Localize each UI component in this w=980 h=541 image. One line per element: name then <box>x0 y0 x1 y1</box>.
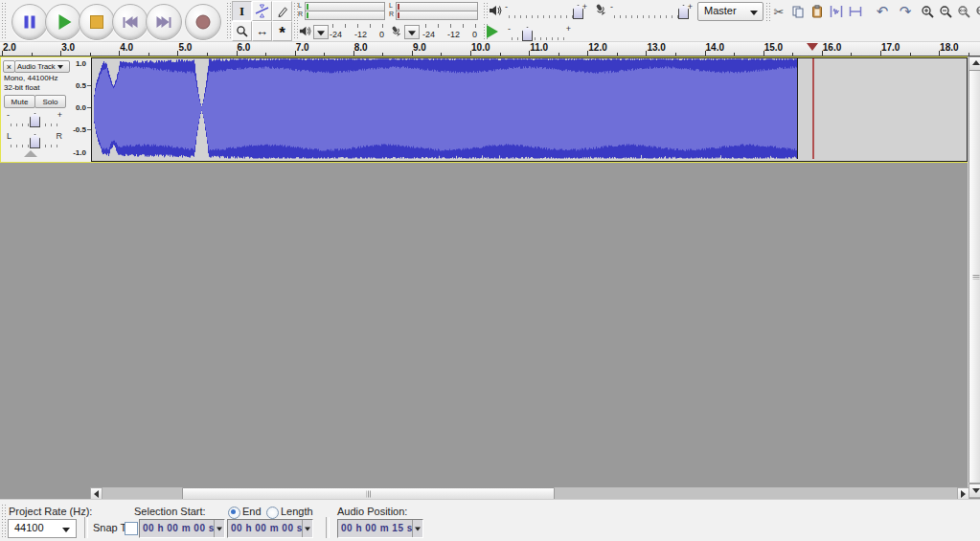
ruler-minor-tick <box>90 53 91 56</box>
timeline-ruler[interactable]: 2.03.04.05.06.07.08.09.010.011.012.013.0… <box>0 42 980 56</box>
zoom-tool-button[interactable] <box>232 21 252 41</box>
zoom-in-icon <box>921 5 935 19</box>
multi-tool-button[interactable]: * <box>272 21 292 41</box>
ruler-label: 7.0 <box>296 42 309 53</box>
horizontal-scrollbar[interactable] <box>90 487 968 499</box>
recording-meter-right-bar <box>396 11 478 20</box>
audacity-window: { "toolbars": { "transport": ["pause","p… <box>0 0 980 541</box>
mute-button[interactable]: Mute <box>4 95 35 108</box>
time-shift-tool-button[interactable]: ↔ <box>252 21 272 41</box>
selection-start-field[interactable]: 00 h 00 m 00 s <box>139 519 225 538</box>
pan-slider[interactable]: L R <box>7 133 62 148</box>
output-volume-slider[interactable]: - + <box>505 4 587 19</box>
waveform-canvas[interactable] <box>92 58 965 159</box>
microphone-icon <box>387 22 404 39</box>
end-radio-label: End <box>242 506 262 517</box>
skip-to-end-button[interactable] <box>146 4 182 40</box>
ruler-minor-tick <box>558 53 559 56</box>
ruler-label: 3.0 <box>61 42 75 53</box>
play-button[interactable] <box>45 4 81 40</box>
ruler-label: 14.0 <box>706 42 724 53</box>
transport-toolbar-gripper[interactable] <box>1 2 6 40</box>
fit-selection-icon <box>957 5 971 19</box>
draw-tool-button[interactable] <box>272 1 292 21</box>
stop-button[interactable] <box>79 4 115 40</box>
ruler-minor-tick <box>675 53 676 56</box>
pause-button[interactable] <box>11 4 48 40</box>
recording-meter-scale: -24 -12 0 <box>422 30 477 39</box>
selection-tool-button[interactable]: I <box>232 1 252 21</box>
selection-start-field-arrow[interactable] <box>214 520 224 537</box>
solo-button[interactable]: Solo <box>34 95 66 108</box>
play-icon <box>59 14 72 30</box>
track-collapse-button[interactable] <box>24 150 37 157</box>
input-volume-slider[interactable]: - + <box>610 4 693 19</box>
paste-icon <box>810 5 824 18</box>
ruler-label: 5.0 <box>178 42 192 53</box>
gain-slider-thumb[interactable] <box>30 113 40 127</box>
project-rate-dropdown[interactable]: 44100 <box>8 519 77 538</box>
selection-toolbar-gripper[interactable] <box>1 504 6 538</box>
vertical-scrollbar[interactable] <box>968 56 980 496</box>
envelope-tool-icon <box>255 4 269 18</box>
input-source-value: Master <box>704 5 737 16</box>
recording-meter-right-label: R <box>389 11 394 18</box>
selection-end-field[interactable]: 00 h 00 m 00 s <box>227 519 313 538</box>
skip-to-start-button[interactable] <box>112 4 148 40</box>
ruler-major-tick <box>2 51 3 56</box>
scroll-down-button[interactable] <box>969 484 980 498</box>
ruler-major-tick <box>646 51 647 56</box>
input-source-dropdown[interactable]: Master <box>697 2 763 21</box>
selection-end-value: 00 h 00 m 00 s <box>231 523 303 533</box>
playback-meter[interactable]: L R -24 -12 0 <box>298 1 384 41</box>
selection-end-field-arrow[interactable] <box>302 520 312 537</box>
recording-meter[interactable]: L R -24 -12 0 <box>389 1 477 41</box>
ruler-minor-tick <box>969 53 969 56</box>
snap-to-checkbox[interactable] <box>125 522 138 535</box>
speaker-icon <box>299 25 311 37</box>
paste-button[interactable] <box>808 1 827 22</box>
redo-button[interactable]: ↷ <box>896 1 915 22</box>
fit-selection-button[interactable] <box>954 1 973 22</box>
gain-slider[interactable]: - + <box>7 112 62 127</box>
undo-button[interactable]: ↶ <box>873 1 892 22</box>
ruler-major-tick <box>763 51 764 56</box>
playback-speed-slider[interactable]: - + <box>508 26 571 41</box>
ruler-label: 9.0 <box>413 42 426 53</box>
scroll-up-button[interactable] <box>969 56 980 71</box>
silence-icon <box>849 5 862 18</box>
tools-toolbar-gripper[interactable] <box>226 2 231 40</box>
audio-position-field-arrow[interactable] <box>412 520 422 537</box>
length-radio-label: Length <box>281 506 313 517</box>
fit-project-button[interactable] <box>972 1 980 22</box>
playhead-marker-icon[interactable] <box>807 43 818 51</box>
end-radio[interactable] <box>228 507 240 519</box>
ruler-minor-tick <box>324 53 325 56</box>
pan-slider-thumb[interactable] <box>30 134 40 148</box>
playback-speed-slider-thumb[interactable] <box>522 27 533 41</box>
play-at-speed-button[interactable] <box>487 25 502 40</box>
audio-position-field[interactable]: 00 h 00 m 15 s <box>337 519 423 538</box>
record-button[interactable] <box>185 4 221 40</box>
track-control-panel[interactable]: × Audio Track Mono, 44100Hz 32-bit float… <box>1 57 68 160</box>
copy-button[interactable] <box>788 1 808 22</box>
mixer-toolbar-gripper[interactable] <box>483 2 488 19</box>
track-title-dropdown[interactable]: Audio Track <box>14 60 70 73</box>
recording-meter-menu-button[interactable] <box>404 25 420 39</box>
fit-project-icon <box>975 5 980 19</box>
playback-meter-menu-button[interactable] <box>313 25 329 39</box>
trim-outside-selection-button[interactable] <box>827 1 846 22</box>
envelope-tool-button[interactable] <box>252 1 272 21</box>
playback-meter-left-label: L <box>298 2 302 10</box>
zoom-in-button[interactable] <box>918 1 937 22</box>
waveform-display[interactable] <box>91 57 968 162</box>
vertical-scale-ruler[interactable]: 1.00.50.0-0.5-1.0 <box>68 57 92 160</box>
skip-to-start-icon <box>124 16 138 28</box>
ruler-minor-tick <box>32 53 33 56</box>
silence-selection-button[interactable] <box>846 1 865 22</box>
vertical-scroll-thumb[interactable] <box>969 70 980 484</box>
zoom-out-button[interactable] <box>936 1 955 22</box>
length-radio[interactable] <box>266 507 279 519</box>
cut-button[interactable]: ✂ <box>769 1 788 22</box>
ruler-minor-tick <box>500 53 501 56</box>
